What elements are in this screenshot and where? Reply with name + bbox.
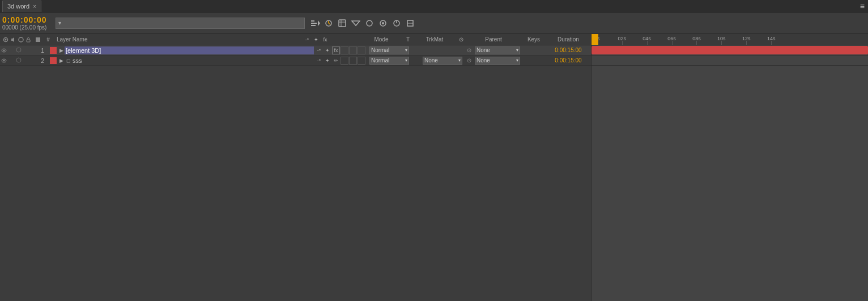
ruler-line-12 xyxy=(746,41,747,45)
switch-box-3 xyxy=(358,46,365,54)
layer-switches-1: -* ✦ fx xyxy=(314,46,367,54)
svg-marker-7 xyxy=(352,21,360,26)
num-header: # xyxy=(42,36,54,43)
toolbar-btn-3[interactable] xyxy=(337,18,348,29)
layer-expand-1[interactable]: ▶ xyxy=(58,48,65,53)
label-header-icon xyxy=(34,35,42,44)
layer-parent-1[interactable]: None ▾ xyxy=(473,46,522,54)
duration-header: Duration xyxy=(546,36,591,43)
toolbar-btn-5[interactable] xyxy=(364,18,375,29)
audio-header-icon xyxy=(10,35,16,44)
switch-box-2 xyxy=(349,46,357,54)
playhead[interactable] xyxy=(592,34,598,45)
switch-arrow-1[interactable]: -* xyxy=(315,46,323,54)
layer-color-2 xyxy=(50,57,57,64)
svg-point-25 xyxy=(16,58,21,62)
switch-box-4 xyxy=(341,57,348,65)
timeline-bar-1[interactable] xyxy=(592,46,868,54)
ruler-line-2 xyxy=(622,41,623,45)
svg-point-21 xyxy=(3,49,5,51)
layer-visibility-2[interactable] xyxy=(0,56,8,66)
svg-point-16 xyxy=(5,39,7,40)
switch-fx-1[interactable]: fx xyxy=(332,46,340,54)
composition-selector[interactable]: ▾ xyxy=(56,18,305,29)
layer-solo-2[interactable] xyxy=(16,57,24,64)
layer-mode-2[interactable]: Normal ▾ xyxy=(367,57,412,65)
svg-point-22 xyxy=(16,48,21,52)
svg-point-17 xyxy=(19,37,23,42)
toolbar-btn-1[interactable] xyxy=(309,18,321,29)
layer-switches-2: -* ✦ ✏ xyxy=(314,57,367,65)
switch-star-1[interactable]: ✦ xyxy=(324,46,331,54)
ruler-line-14 xyxy=(771,41,772,45)
mode-dropdown-1[interactable]: Normal ▾ xyxy=(369,46,409,54)
switch-box-5 xyxy=(349,57,357,65)
solo-header-icon xyxy=(18,35,24,44)
mode-header: Mode xyxy=(359,36,404,43)
toolbar-btn-6[interactable] xyxy=(377,18,389,29)
switch-pencil-2[interactable]: ✏ xyxy=(332,57,340,65)
layer-color-1 xyxy=(50,47,57,54)
ruler-line-10 xyxy=(721,41,722,45)
time-bar: 0:00:00:00 00000 (25.00 fps) ▾ xyxy=(0,12,868,34)
svg-point-8 xyxy=(367,20,372,26)
toolbar-btn-4[interactable] xyxy=(350,18,361,29)
parent-header: Parent xyxy=(465,36,522,43)
layer-duration-1: 0:00:15:00 xyxy=(546,47,591,53)
switch-arrow-2[interactable]: -* xyxy=(315,57,323,65)
switch-3-header: fx xyxy=(321,37,329,43)
comp-select-label: ▾ xyxy=(58,20,61,26)
toolbar-btn-7[interactable] xyxy=(391,18,402,29)
layer-headers: # Layer Name -* ✦ fx Mode T TrkMat ⊙ Par… xyxy=(0,34,592,45)
layer-mode-1[interactable]: Normal ▾ xyxy=(367,46,412,54)
layer-parent-2[interactable]: None ▾ xyxy=(473,57,522,65)
ruler-line-4 xyxy=(647,41,648,45)
switch-box-6 xyxy=(358,57,365,65)
layer-name-1[interactable]: [element 3D] xyxy=(65,46,314,54)
ruler-line-6 xyxy=(672,41,673,45)
current-time[interactable]: 0:00:00:00 xyxy=(2,15,53,24)
parent-dropdown-2[interactable]: None ▾ xyxy=(475,57,520,65)
switch-1-header: -* xyxy=(303,37,311,43)
layer-trkmat-2[interactable]: None ▾ xyxy=(420,57,465,65)
frame-info: 00000 (25.00 fps) xyxy=(2,24,53,31)
ruler-line-8 xyxy=(696,41,697,45)
mode-dropdown-2[interactable]: Normal ▾ xyxy=(369,57,409,65)
svg-rect-19 xyxy=(36,37,40,42)
svg-point-24 xyxy=(3,60,5,61)
layer-number-2: 2 xyxy=(36,57,49,64)
switch-box-1 xyxy=(341,46,348,54)
toolbar-btn-2[interactable] xyxy=(323,18,334,29)
toolbar-icons xyxy=(309,18,416,29)
parent-dropdown-1[interactable]: None ▾ xyxy=(475,46,520,54)
composition-tab[interactable]: 3d word × xyxy=(2,1,41,12)
table-row[interactable]: 1 ▶ [element 3D] -* ✦ fx Normal ▾ xyxy=(0,45,591,56)
tab-close-button[interactable]: × xyxy=(33,3,36,10)
layer-name-header: Layer Name xyxy=(57,36,87,43)
layer-number-1: 1 xyxy=(36,47,49,54)
tab-bar: 3d word × ≡ xyxy=(0,0,868,12)
timeline-panel[interactable] xyxy=(592,45,868,301)
layer-name-2[interactable]: sss xyxy=(71,57,314,64)
table-row[interactable]: 2 ▶ ◻ sss -* ✦ ✏ Normal ▾ xyxy=(0,56,591,66)
svg-rect-18 xyxy=(27,40,30,42)
layer-panel: 1 ▶ [element 3D] -* ✦ fx Normal ▾ xyxy=(0,45,592,301)
tab-title: 3d word xyxy=(7,3,29,10)
layer-solo-1[interactable] xyxy=(16,47,24,54)
timeline-track-1[interactable] xyxy=(592,45,868,56)
keys-header: Keys xyxy=(522,36,546,43)
trkmat-dropdown-2[interactable]: None ▾ xyxy=(423,57,462,65)
layer-expand-2[interactable]: ▶ xyxy=(58,58,65,63)
main-content: 1 ▶ [element 3D] -* ✦ fx Normal ▾ xyxy=(0,45,868,301)
svg-point-10 xyxy=(382,22,384,24)
tab-menu-button[interactable]: ≡ xyxy=(860,2,868,11)
lock-header-icon xyxy=(25,35,32,44)
svg-marker-0 xyxy=(318,20,320,26)
switch-star-2[interactable]: ✦ xyxy=(324,57,331,65)
layer-visibility-1[interactable] xyxy=(0,45,8,56)
timeline-track-2[interactable] xyxy=(592,56,868,66)
toolbar-btn-8[interactable] xyxy=(405,18,416,29)
time-display: 0:00:00:00 00000 (25.00 fps) xyxy=(2,15,53,31)
trkmat-header: TrkMat xyxy=(412,36,457,43)
layer-3d-icon-2: ◻ xyxy=(65,58,71,63)
